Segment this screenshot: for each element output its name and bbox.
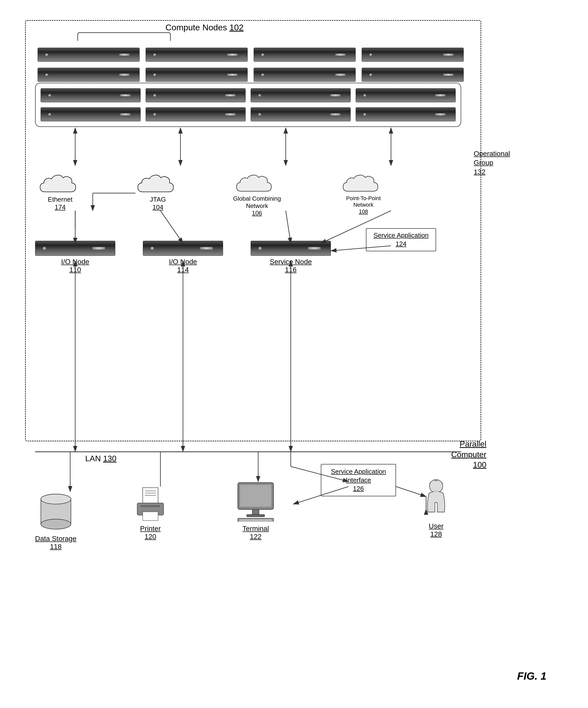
compute-nodes-label: Compute Nodes 102 (165, 23, 244, 32)
service-application-124: Service Application 124 (366, 228, 436, 251)
op-node-blade-8 (355, 107, 456, 121)
operational-group-box (35, 83, 461, 127)
operational-group-label: Operational Group 132 (474, 149, 510, 177)
op-node-blade-7 (251, 107, 351, 121)
fig-label: FIG. 1 (517, 670, 547, 682)
user-128: User 128 (421, 479, 451, 538)
compute-node-blade-1 (38, 48, 140, 62)
ptp-cloud: Point-To-Point Network 108 (341, 171, 386, 215)
op-node-blade-6 (146, 107, 246, 121)
printer-120: Printer 120 (130, 486, 171, 541)
data-storage-118: Data Storage 118 (35, 492, 76, 551)
svg-point-2 (41, 519, 71, 529)
op-node-blade-4 (355, 88, 456, 102)
svg-rect-13 (252, 509, 259, 515)
compute-node-blade-6 (146, 68, 248, 82)
ethernet-cloud: Ethernet 174 (38, 171, 83, 211)
top-compute-nodes (35, 45, 466, 84)
service-application-interface-126: Service Application Interface 126 (321, 464, 396, 496)
op-node-blade-2 (146, 88, 246, 102)
svg-rect-12 (240, 485, 271, 507)
svg-rect-9 (141, 505, 160, 507)
compute-node-blade-5 (38, 68, 140, 82)
lan-label: LAN 130 (85, 454, 117, 463)
compute-node-blade-2 (146, 48, 248, 62)
compute-node-blade-7 (254, 68, 355, 82)
svg-rect-18 (434, 491, 439, 495)
compute-node-blade-3 (254, 48, 355, 62)
compute-nodes-brace (75, 32, 266, 42)
op-node-blade-1 (40, 88, 141, 102)
compute-node-blade-8 (362, 68, 464, 82)
op-node-blade-3 (251, 88, 351, 102)
svg-point-3 (41, 494, 71, 504)
jtag-cloud: JTAG 104 (135, 171, 181, 211)
parallel-computer-label: Parallel Computer 100 (451, 439, 487, 470)
terminal-122: Terminal 122 (233, 481, 278, 541)
svg-rect-14 (247, 514, 265, 517)
service-node-116: Service Node 116 (251, 241, 331, 274)
svg-rect-10 (143, 512, 158, 521)
svg-point-17 (430, 479, 443, 493)
compute-node-blade-4 (362, 48, 464, 62)
gcn-cloud: Global Combining Network 106 (233, 171, 281, 217)
lan-line (35, 451, 461, 452)
svg-rect-16 (240, 519, 272, 522)
io-node-110: I/O Node 110 (35, 241, 115, 274)
io-node-114: I/O Node 114 (143, 241, 223, 274)
op-node-blade-5 (40, 107, 141, 121)
